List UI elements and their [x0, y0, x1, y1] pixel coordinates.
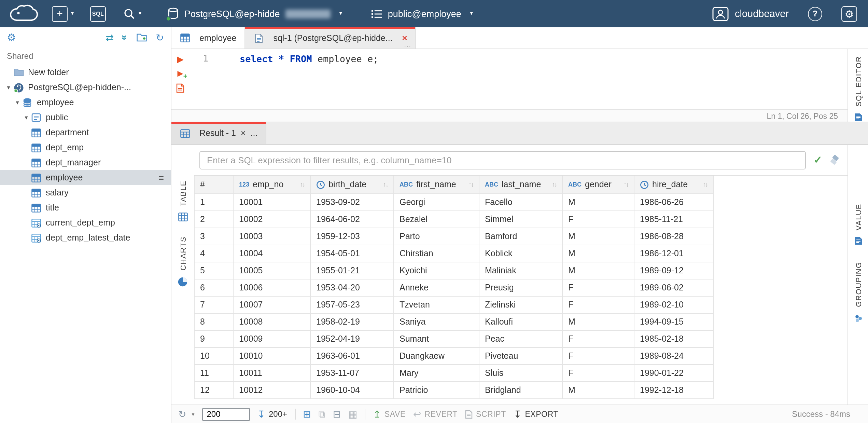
data-cell[interactable]: 1953-11-07: [311, 365, 394, 382]
tree-item-dept_manager[interactable]: dept_manager: [0, 155, 171, 170]
execute-script-button[interactable]: [176, 83, 184, 93]
tab-sql-editor-vertical[interactable]: SQL EDITOR: [854, 56, 862, 122]
data-cell[interactable]: 1994-09-15: [634, 314, 714, 331]
tree-item-New-folder[interactable]: New folder: [0, 65, 171, 80]
data-cell[interactable]: F: [563, 211, 634, 228]
data-cell[interactable]: 1953-09-02: [311, 194, 394, 211]
data-cell[interactable]: 1989-08-24: [634, 348, 714, 365]
data-cell[interactable]: Chirstian: [394, 245, 479, 262]
help-button[interactable]: ?: [808, 6, 822, 21]
data-cell[interactable]: M: [563, 245, 634, 262]
data-cell[interactable]: Georgi: [394, 194, 479, 211]
data-cell[interactable]: Koblick: [479, 245, 563, 262]
sort-icon[interactable]: ↑↓: [300, 181, 305, 188]
chevron-down-icon[interactable]: ▾: [339, 11, 342, 16]
data-cell[interactable]: 1986-06-26: [634, 194, 714, 211]
filter-input[interactable]: [199, 151, 806, 169]
tree-item-salary[interactable]: salary: [0, 185, 171, 200]
close-icon[interactable]: ×: [241, 128, 246, 138]
data-cell[interactable]: Simmel: [479, 211, 563, 228]
data-cell[interactable]: M: [563, 194, 634, 211]
grid-options-button[interactable]: ▦: [348, 409, 357, 419]
new-object-button[interactable]: + ▾: [52, 6, 74, 22]
tab-value-panel[interactable]: VALUE: [854, 204, 862, 246]
sort-icon[interactable]: ↑↓: [552, 181, 557, 188]
row-number-cell[interactable]: 3: [194, 228, 234, 245]
apply-filter-button[interactable]: ✓: [814, 154, 822, 166]
data-cell[interactable]: 1964-06-02: [311, 211, 394, 228]
data-cell[interactable]: F: [563, 297, 634, 314]
sql-code[interactable]: select * FROM employee e;: [215, 49, 848, 109]
sort-icon[interactable]: ↑↓: [468, 181, 473, 188]
tab-menu-dots[interactable]: ...: [251, 128, 258, 138]
data-cell[interactable]: 1953-04-20: [311, 279, 394, 297]
tree-item-current_dept_emp[interactable]: current_dept_emp: [0, 215, 171, 230]
data-cell[interactable]: 1985-11-21: [634, 211, 714, 228]
data-cell[interactable]: M: [563, 382, 634, 399]
data-cell[interactable]: 1986-08-28: [634, 228, 714, 245]
data-cell[interactable]: 1959-12-03: [311, 228, 394, 245]
row-number-cell[interactable]: 1: [194, 194, 234, 211]
data-cell[interactable]: 1992-12-18: [634, 382, 714, 399]
row-number-cell[interactable]: 6: [194, 279, 234, 297]
tree-item-employee[interactable]: employee≡: [0, 170, 171, 185]
row-number-cell[interactable]: 9: [194, 331, 234, 348]
sort-icon[interactable]: ↑↓: [383, 181, 388, 188]
data-cell[interactable]: 1985-02-18: [634, 331, 714, 348]
collapse-all-icon[interactable]: »: [121, 35, 130, 40]
chevron-down-icon[interactable]: ▾: [13, 99, 22, 106]
schema-selector[interactable]: public@employee ▾: [371, 9, 473, 19]
data-cell[interactable]: 10005: [234, 262, 311, 279]
data-cell[interactable]: 1955-01-21: [311, 262, 394, 279]
data-cell[interactable]: Kyoichi: [394, 262, 479, 279]
fetch-more-button[interactable]: ↧ 200+: [257, 409, 288, 419]
row-number-cell[interactable]: 8: [194, 314, 234, 331]
data-cell[interactable]: Anneke: [394, 279, 479, 297]
connection-selector[interactable]: PostgreSQL@ep-hidde ▾: [167, 8, 342, 20]
execute-query-button[interactable]: ▶: [177, 55, 184, 64]
column-header-emp_no[interactable]: 123emp_no↑↓: [234, 176, 311, 194]
link-with-editor-icon[interactable]: ⇄: [106, 33, 113, 42]
tab-grouping-panel[interactable]: GROUPING: [853, 262, 863, 323]
data-cell[interactable]: 1989-02-10: [634, 297, 714, 314]
export-button[interactable]: ↧ EXPORT: [514, 409, 558, 419]
tab-sql-1[interactable]: sql-1 (PostgreSQL@ep-hidde... × ...: [245, 27, 416, 49]
tree-item-PostgreSQL-ep-hidden-[interactable]: ▾PostgreSQL@ep-hidden-...: [0, 80, 171, 95]
data-cell[interactable]: 10009: [234, 331, 311, 348]
tree-item-dept_emp_latest_date[interactable]: dept_emp_latest_date: [0, 230, 171, 245]
data-cell[interactable]: Preusig: [479, 279, 563, 297]
data-cell[interactable]: 10007: [234, 297, 311, 314]
chevron-down-icon[interactable]: ▾: [192, 411, 194, 417]
user-menu[interactable]: cloudbeaver: [712, 6, 789, 21]
column-header-gender[interactable]: ABCgender↑↓: [563, 176, 634, 194]
delete-row-button[interactable]: ⊟: [333, 409, 341, 419]
data-cell[interactable]: Bridgland: [479, 382, 563, 399]
save-button[interactable]: ↥ SAVE: [373, 409, 406, 419]
chevron-down-icon[interactable]: ▾: [4, 84, 13, 91]
data-cell[interactable]: 10001: [234, 194, 311, 211]
data-cell[interactable]: F: [563, 365, 634, 382]
script-button[interactable]: SCRIPT: [465, 410, 506, 419]
data-cell[interactable]: Tzvetan: [394, 297, 479, 314]
data-cell[interactable]: 10010: [234, 348, 311, 365]
row-limit-input[interactable]: [202, 408, 250, 421]
data-cell[interactable]: 1960-10-04: [311, 382, 394, 399]
data-cell[interactable]: Sluis: [479, 365, 563, 382]
data-cell[interactable]: M: [563, 314, 634, 331]
sort-icon[interactable]: ↑↓: [624, 181, 628, 188]
data-cell[interactable]: 10002: [234, 211, 311, 228]
data-cell[interactable]: Patricio: [394, 382, 479, 399]
data-cell[interactable]: Maliniak: [479, 262, 563, 279]
data-cell[interactable]: F: [563, 279, 634, 297]
navigator-settings-button[interactable]: ⚙: [7, 31, 16, 44]
new-sql-editor-button[interactable]: SQL: [90, 6, 106, 22]
tree-item-public[interactable]: ▾public: [0, 110, 171, 125]
data-cell[interactable]: 10006: [234, 279, 311, 297]
tree-item-employee[interactable]: ▾employee: [0, 95, 171, 110]
row-number-cell[interactable]: 12: [194, 382, 234, 399]
row-number-cell[interactable]: 4: [194, 245, 234, 262]
data-cell[interactable]: 1958-02-19: [311, 314, 394, 331]
chevron-down-icon[interactable]: ▾: [71, 11, 74, 16]
data-cell[interactable]: 10011: [234, 365, 311, 382]
row-number-cell[interactable]: 5: [194, 262, 234, 279]
